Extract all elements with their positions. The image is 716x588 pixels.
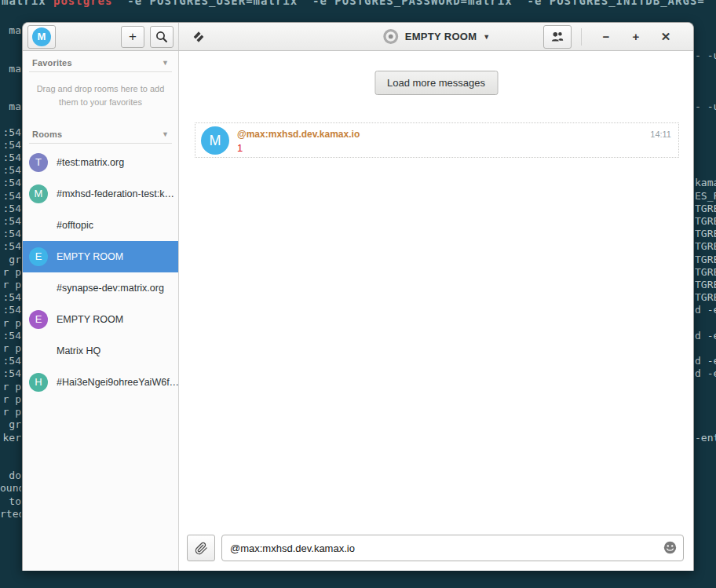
header-right-controls: − + ✕ bbox=[543, 25, 693, 49]
room-name: #offtopic bbox=[57, 220, 93, 231]
sidebar-header: M + bbox=[23, 23, 179, 50]
terminal-text: -e POSTGRES_USER=matrix -e POSTGRES_PASS… bbox=[112, 0, 716, 7]
minimize-button[interactable]: − bbox=[600, 30, 612, 43]
favorites-label: Favorites bbox=[32, 58, 72, 68]
room-avatar-empty bbox=[29, 279, 48, 298]
message-sender: @max:mxhsd.dev.kamax.io bbox=[237, 129, 360, 140]
message-pane: Load more messages M @max:mxhsd.dev.kama… bbox=[179, 51, 693, 571]
message-input[interactable] bbox=[221, 535, 684, 561]
attach-button[interactable] bbox=[187, 535, 215, 561]
room-title-dropdown[interactable]: EMPTY ROOM ▼ bbox=[382, 23, 491, 50]
favorites-placeholder: Drag and drop rooms here to add them to … bbox=[35, 82, 166, 109]
search-button[interactable] bbox=[150, 26, 174, 48]
room-name: #Hai3eNgei9ohreeYaiW6f… bbox=[57, 377, 178, 388]
terminal-command-line: matrix postgres -e POSTGRES_USER=matrix … bbox=[2, 0, 716, 7]
load-more-button[interactable]: Load more messages bbox=[374, 71, 498, 95]
room-row[interactable]: H#Hai3eNgei9ohreeYaiW6f… bbox=[23, 367, 178, 398]
room-row[interactable]: M#mxhsd-federation-test:k… bbox=[23, 178, 178, 210]
close-button[interactable]: ✕ bbox=[659, 30, 672, 44]
members-icon bbox=[550, 31, 564, 43]
maximize-button[interactable]: + bbox=[630, 30, 642, 43]
chevron-down-icon: ▼ bbox=[483, 33, 490, 41]
room-name: #test:matrix.org bbox=[57, 157, 124, 168]
room-header: EMPTY ROOM ▼ bbox=[179, 23, 693, 50]
terminal-left-column: ma ma ma :54 :54 :54 :54 :54 :54 :54 :54… bbox=[0, 24, 21, 574]
room-name: Matrix HQ bbox=[57, 345, 100, 356]
room-row[interactable]: EEMPTY ROOM bbox=[23, 241, 178, 272]
room-name: EMPTY ROOM bbox=[57, 251, 123, 262]
app-logo-icon bbox=[192, 30, 206, 44]
terminal-highlight-text: postgres bbox=[53, 0, 112, 7]
room-avatar: E bbox=[29, 310, 48, 329]
rooms-label: Rooms bbox=[32, 130, 62, 139]
header-separator bbox=[581, 28, 582, 46]
room-avatar: E bbox=[29, 247, 48, 266]
matrix-client-window: M + EMPTY ROOM ▼ bbox=[22, 22, 694, 571]
search-icon bbox=[155, 31, 168, 43]
room-name: EMPTY ROOM bbox=[57, 314, 123, 325]
screen: matrix postgres -e POSTGRES_USER=matrix … bbox=[0, 0, 716, 588]
header-bar: M + EMPTY ROOM ▼ bbox=[23, 23, 693, 51]
message-item[interactable]: M @max:mxhsd.dev.kamax.io 1 14:11 bbox=[195, 122, 679, 158]
room-sidebar: Favorites ▼ Drag and drop rooms here to … bbox=[23, 51, 179, 571]
emoji-icon[interactable] bbox=[663, 541, 677, 554]
room-row[interactable]: T#test:matrix.org bbox=[23, 147, 178, 178]
room-avatar-empty bbox=[29, 216, 48, 235]
room-name: #mxhsd-federation-test:k… bbox=[57, 188, 174, 199]
account-avatar: M bbox=[32, 27, 51, 46]
composer-bar bbox=[187, 535, 684, 561]
room-avatar-icon bbox=[382, 28, 399, 45]
room-row[interactable]: #synapse-dev:matrix.org bbox=[23, 272, 178, 304]
room-avatar: M bbox=[29, 184, 48, 203]
chevron-down-icon: ▼ bbox=[162, 130, 169, 138]
favorites-section-header[interactable]: Favorites ▼ bbox=[23, 51, 178, 70]
message-body: 1 bbox=[237, 142, 243, 154]
room-list: T#test:matrix.orgM#mxhsd-federation-test… bbox=[23, 147, 178, 398]
room-name: #synapse-dev:matrix.org bbox=[57, 283, 164, 294]
terminal-right-column: - -u - -u kama ES_P TGRE TGRE TGRE TGRE … bbox=[695, 24, 716, 574]
room-avatar: H bbox=[29, 373, 48, 392]
divider bbox=[29, 143, 172, 144]
chevron-down-icon: ▼ bbox=[162, 59, 169, 67]
rooms-section-header[interactable]: Rooms ▼ bbox=[23, 122, 178, 141]
divider bbox=[29, 71, 172, 72]
members-button[interactable] bbox=[543, 25, 572, 49]
account-button[interactable]: M bbox=[27, 25, 56, 49]
terminal-text: matrix bbox=[2, 0, 53, 7]
room-avatar-empty bbox=[29, 341, 48, 360]
room-row[interactable]: Matrix HQ bbox=[23, 335, 178, 367]
room-row[interactable]: EEMPTY ROOM bbox=[23, 304, 178, 335]
message-timestamp: 14:11 bbox=[650, 130, 671, 139]
room-title: EMPTY ROOM bbox=[405, 31, 477, 42]
message-input-wrap bbox=[221, 535, 684, 561]
add-room-button[interactable]: + bbox=[121, 26, 144, 48]
message-avatar: M bbox=[201, 126, 229, 155]
paperclip-icon bbox=[195, 542, 208, 555]
room-avatar: T bbox=[29, 153, 48, 172]
room-row[interactable]: #offtopic bbox=[23, 210, 178, 241]
